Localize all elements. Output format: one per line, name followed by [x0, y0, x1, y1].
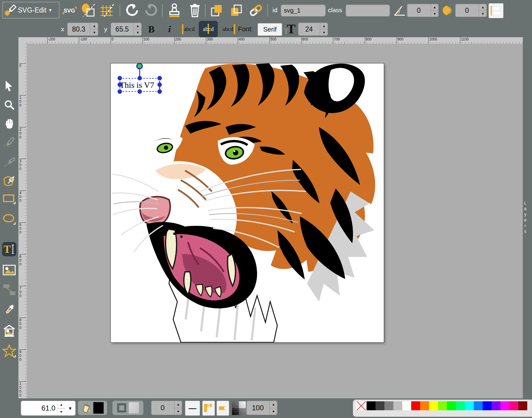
palette-swatch[interactable]	[483, 401, 492, 410]
grid-button[interactable]	[100, 4, 115, 17]
text-x-value[interactable]: 80.3	[67, 25, 90, 33]
make-link-button[interactable]	[249, 4, 263, 17]
tool-star[interactable]	[2, 344, 16, 358]
angle-value[interactable]: 0	[407, 7, 431, 15]
stroke-color-group[interactable]	[112, 401, 143, 415]
linejoin-button[interactable]	[202, 401, 215, 416]
y-up-icon[interactable]: ▲	[134, 23, 142, 29]
tool-path[interactable]	[2, 174, 16, 188]
font-family-button[interactable]: Serif	[258, 23, 282, 36]
layers-panel-label[interactable]: Layers	[523, 185, 532, 250]
angle-down-icon[interactable]: ▼	[431, 11, 439, 17]
selection-handle-se[interactable]	[157, 89, 162, 94]
palette-swatch[interactable]	[456, 401, 465, 410]
font-size-value[interactable]: 24	[298, 25, 320, 33]
tool-pencil[interactable]	[2, 135, 16, 150]
rotate-handle[interactable]	[136, 63, 143, 69]
x-down-icon[interactable]: ▼	[90, 29, 98, 36]
y-down-icon[interactable]: ▼	[134, 29, 142, 36]
bold-button[interactable]: B	[145, 23, 158, 35]
angle-up-icon[interactable]: ▲	[431, 4, 439, 11]
redo-button[interactable]	[145, 4, 158, 17]
text-y-value[interactable]: 65.5	[111, 25, 134, 33]
stroke-width-spinner[interactable]: 0 ▲▼	[151, 401, 182, 415]
layers-panel-toggle[interactable]: Layers	[523, 37, 532, 398]
clone-button[interactable]	[167, 3, 181, 18]
main-menu-button[interactable]: SVG-Edit ▼	[2, 2, 60, 18]
fill-color-group[interactable]	[78, 401, 107, 415]
palette-swatch[interactable]	[367, 401, 375, 410]
text-anchor-start-button[interactable]: abcd	[180, 23, 197, 36]
tool-zoom[interactable]	[2, 98, 16, 112]
fill-color-swatch[interactable]	[93, 402, 104, 414]
tool-text[interactable]: T	[2, 242, 16, 256]
palette-swatch[interactable]	[411, 401, 420, 410]
opacity-value[interactable]: 100	[246, 404, 269, 412]
tool-line[interactable]	[2, 155, 16, 169]
tool-library[interactable]	[2, 324, 16, 338]
zoom-dropdown-icon[interactable]: ▼	[65, 406, 75, 411]
move-to-top-button[interactable]	[210, 4, 224, 17]
tool-rectangle[interactable]	[2, 192, 16, 206]
element-id-input[interactable]: svg_1	[281, 4, 326, 16]
move-to-bottom-button[interactable]	[230, 4, 243, 17]
palette-swatch[interactable]	[402, 401, 411, 410]
blur-value[interactable]: 0	[455, 7, 479, 15]
selection-handle-nw[interactable]	[118, 76, 122, 80]
selection-handle-e[interactable]	[157, 82, 162, 87]
palette-swatch-none[interactable]	[356, 401, 367, 410]
stroke-width-up-icon[interactable]: ▲	[174, 401, 182, 408]
selection-handle-s[interactable]	[137, 89, 142, 94]
palette-swatch[interactable]	[438, 401, 447, 410]
stroke-width-down-icon[interactable]: ▼	[174, 408, 182, 415]
undo-button[interactable]	[125, 4, 139, 17]
text-x-spinner[interactable]: 80.3 ▲▼	[67, 23, 98, 36]
stroke-width-value[interactable]: 0	[151, 404, 174, 412]
palette-swatch[interactable]	[474, 401, 483, 410]
opacity-spinner[interactable]: 100 ▲▼	[246, 401, 277, 415]
palette-swatch[interactable]	[518, 401, 527, 410]
element-class-input[interactable]	[346, 4, 390, 16]
palette-swatch[interactable]	[375, 401, 384, 410]
zoom-spinner[interactable]: 61.0 ▲▼ ▼	[21, 401, 76, 416]
svg-canvas[interactable]: This is V7	[111, 63, 384, 342]
angle-spinner[interactable]: 0 ▲▼	[407, 4, 439, 17]
tool-eyedropper[interactable]	[2, 303, 16, 317]
palette-swatch[interactable]	[420, 401, 429, 410]
blur-spinner[interactable]: 0 ▲▼	[455, 4, 487, 17]
delete-button[interactable]	[188, 3, 202, 18]
blur-down-icon[interactable]: ▼	[479, 11, 487, 17]
stroke-color-swatch[interactable]	[129, 402, 139, 414]
opacity-up-icon[interactable]: ▲	[270, 401, 277, 408]
workspace[interactable]: This is V7	[27, 44, 523, 398]
zoom-up-icon[interactable]: ▲	[57, 401, 65, 408]
palette-swatch[interactable]	[492, 401, 500, 410]
selection-handle-n[interactable]	[137, 76, 142, 80]
tool-ellipse[interactable]	[2, 212, 16, 227]
palette-swatch[interactable]	[384, 401, 393, 410]
tool-select[interactable]	[2, 79, 16, 93]
tool-pan[interactable]	[2, 116, 16, 131]
palette-swatch[interactable]	[500, 401, 509, 410]
selection-handle-w[interactable]	[118, 82, 122, 87]
selection-handle-ne[interactable]	[157, 76, 162, 80]
text-anchor-middle-button[interactable]: abcd	[199, 21, 218, 37]
size-down-icon[interactable]: ▼	[320, 29, 328, 36]
selection-handle-sw[interactable]	[118, 89, 122, 94]
svg-source-button[interactable]: SVG	[62, 5, 77, 16]
linecap-button[interactable]	[217, 401, 229, 416]
text-anchor-end-button[interactable]: abcd	[220, 23, 237, 36]
tool-connector[interactable]	[2, 283, 16, 297]
tool-image[interactable]	[2, 263, 16, 277]
text-y-spinner[interactable]: 65.5 ▲▼	[111, 23, 142, 36]
blur-up-icon[interactable]: ▲	[479, 4, 487, 11]
zoom-value[interactable]: 61.0	[21, 404, 57, 412]
zoom-down-icon[interactable]: ▼	[57, 408, 65, 416]
palette-swatch[interactable]	[465, 401, 474, 410]
palette-swatch[interactable]	[429, 401, 438, 410]
palette-swatch[interactable]	[393, 401, 402, 410]
opacity-down-icon[interactable]: ▼	[270, 408, 277, 415]
italic-button[interactable]: i	[164, 23, 175, 35]
font-size-spinner[interactable]: 24 ▲▼	[298, 23, 328, 36]
palette-swatch[interactable]	[447, 401, 456, 410]
